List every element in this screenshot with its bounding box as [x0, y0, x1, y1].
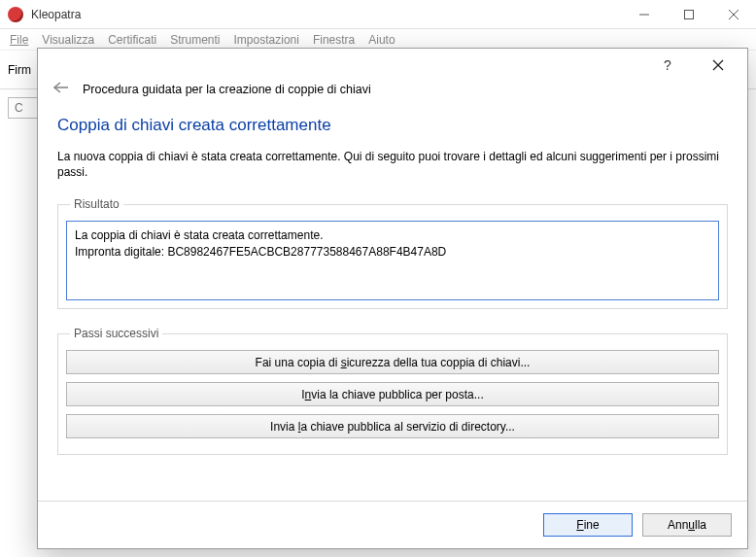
wizard-header: Procedura guidata per la creazione di co…	[38, 82, 747, 106]
send-pubkey-directory-button[interactable]: Invia la chiave pubblica al servizio di …	[66, 414, 719, 438]
finish-button[interactable]: Fine	[543, 513, 633, 537]
menu-settings[interactable]: Impostazioni	[234, 33, 299, 47]
svg-rect-1	[685, 10, 694, 18]
intro-text: La nuova coppia di chiavi è stata creata…	[57, 149, 728, 180]
result-legend: Risultato	[70, 197, 123, 211]
menu-view[interactable]: Visualizza	[42, 33, 94, 47]
wizard-title: Procedura guidata per la creazione di co…	[83, 83, 371, 96]
cancel-button[interactable]: Annulla	[642, 513, 732, 537]
result-line-2: Impronta digitale: BC8982467FE5ACBCB2877…	[75, 244, 710, 260]
menu-file[interactable]: File	[10, 33, 28, 47]
next-steps-group: Passi successivi Fai una copia di sicure…	[57, 327, 728, 455]
dialog-body: Coppia di chiavi creata correttamente La…	[38, 106, 747, 501]
dialog-titlebar: ?	[38, 49, 747, 82]
backup-keypair-button[interactable]: Fai una copia di sicurezza della tua cop…	[66, 350, 719, 374]
back-button[interactable]	[53, 82, 69, 96]
close-button[interactable]	[711, 0, 756, 29]
result-group: Risultato La coppia di chiavi è stata cr…	[57, 197, 728, 309]
send-pubkey-mail-button[interactable]: Invia la chiave pubblica per posta...	[66, 382, 719, 406]
dialog-footer: Fine Annulla	[38, 501, 747, 548]
app-logo-icon	[8, 7, 23, 22]
result-line-1: La coppia di chiavi è stata creata corre…	[75, 227, 710, 243]
minimize-button[interactable]	[622, 0, 667, 29]
menu-tools[interactable]: Strumenti	[170, 33, 220, 47]
help-button[interactable]: ?	[650, 52, 685, 79]
window-title: Kleopatra	[31, 8, 622, 21]
page-heading: Coppia di chiavi creata correttamente	[57, 116, 728, 135]
result-textbox[interactable]: La coppia di chiavi è stata creata corre…	[66, 221, 719, 300]
menu-certificates[interactable]: Certificati	[108, 33, 156, 47]
toolbar-label: Firm	[8, 63, 31, 77]
titlebar: Kleopatra	[0, 0, 756, 29]
menu-window[interactable]: Finestra	[313, 33, 355, 47]
key-creation-wizard-dialog: ? Procedura guidata per la creazione di …	[37, 48, 748, 549]
menu-help[interactable]: Aiuto	[368, 33, 395, 47]
next-steps-legend: Passi successivi	[70, 327, 162, 340]
maximize-button[interactable]	[667, 0, 711, 29]
dialog-close-button[interactable]	[701, 52, 736, 79]
